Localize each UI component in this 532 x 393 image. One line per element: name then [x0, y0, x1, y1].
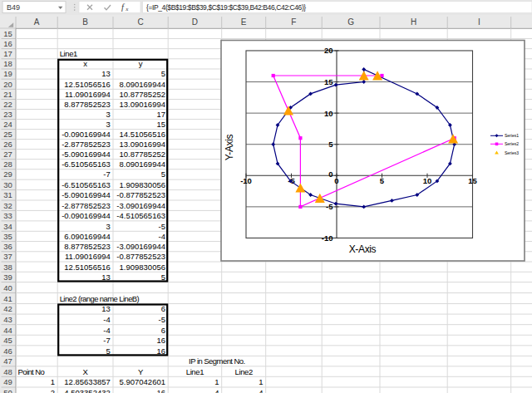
svg-text:5: 5: [161, 169, 165, 179]
svg-text:49: 49: [3, 377, 12, 386]
svg-text:1.909830056: 1.909830056: [120, 263, 165, 272]
svg-text:21: 21: [3, 90, 12, 99]
svg-text:26: 26: [3, 140, 12, 149]
svg-text:-10: -10: [322, 233, 333, 243]
svg-text:32: 32: [3, 201, 12, 210]
svg-text:Point No: Point No: [18, 367, 45, 376]
svg-text:5: 5: [380, 176, 385, 185]
svg-text:47: 47: [3, 356, 12, 366]
svg-text:4: 4: [214, 388, 219, 393]
svg-text:30: 30: [3, 180, 12, 189]
svg-text:-10: -10: [240, 176, 252, 185]
svg-text:3: 3: [106, 120, 111, 129]
svg-text:I: I: [478, 17, 480, 27]
svg-text:-4: -4: [103, 315, 110, 324]
svg-text:34: 34: [3, 222, 12, 231]
svg-text:17: 17: [3, 49, 12, 58]
svg-text:46: 46: [3, 346, 12, 356]
svg-text:13: 13: [101, 304, 111, 313]
svg-text:15: 15: [156, 120, 165, 129]
svg-text:0: 0: [334, 176, 338, 185]
svg-text:8.877852523: 8.877852523: [64, 100, 110, 109]
svg-text:A: A: [34, 17, 40, 27]
svg-text:-6.510565163: -6.510565163: [62, 160, 111, 169]
svg-text:28: 28: [3, 160, 12, 169]
svg-text:Series1: Series1: [505, 133, 519, 138]
svg-text:Line1: Line1: [60, 49, 77, 58]
svg-text:10.87785252: 10.87785252: [120, 150, 165, 159]
svg-text:12.51056516: 12.51056516: [64, 263, 110, 272]
svg-text:20: 20: [3, 80, 12, 89]
svg-text:6: 6: [161, 326, 165, 335]
svg-text:-4.510565163: -4.510565163: [116, 211, 165, 220]
svg-text:Line2: Line2: [235, 367, 253, 376]
svg-text:38: 38: [3, 263, 12, 272]
svg-text:8.090169944: 8.090169944: [120, 80, 165, 89]
svg-text:-0.090169944: -0.090169944: [62, 130, 111, 139]
svg-text:18: 18: [3, 59, 12, 68]
svg-text:-5: -5: [159, 222, 165, 231]
svg-text:10.87785252: 10.87785252: [120, 90, 165, 99]
svg-text:12.51056516: 12.51056516: [64, 80, 110, 89]
svg-text:22: 22: [3, 100, 12, 109]
svg-text:-5: -5: [159, 315, 165, 324]
svg-text:37: 37: [3, 252, 12, 261]
svg-text:1.909830056: 1.909830056: [120, 180, 165, 189]
svg-text:-3.090169944: -3.090169944: [116, 201, 165, 210]
svg-text:33: 33: [3, 211, 12, 220]
svg-text:31: 31: [3, 190, 12, 199]
svg-text:36: 36: [3, 242, 12, 251]
svg-text:25: 25: [3, 130, 12, 139]
svg-text:Series3: Series3: [505, 150, 519, 155]
svg-text:11.09016994: 11.09016994: [65, 90, 111, 99]
svg-text:6.090169944: 6.090169944: [64, 232, 110, 241]
svg-text:20: 20: [324, 46, 333, 55]
svg-text:35: 35: [3, 232, 12, 241]
svg-text:41: 41: [3, 294, 12, 303]
svg-text:-5.090169944: -5.090169944: [62, 190, 111, 199]
svg-text:16: 16: [156, 388, 165, 393]
svg-text:F: F: [291, 17, 296, 27]
svg-text:-3.090169944: -3.090169944: [116, 242, 165, 251]
svg-text:6: 6: [161, 304, 165, 313]
svg-text:48: 48: [3, 367, 12, 376]
svg-text:y: y: [139, 59, 143, 68]
svg-text:Line1: Line1: [186, 367, 204, 376]
svg-text:-0.877852523: -0.877852523: [116, 190, 165, 199]
svg-text:45: 45: [3, 336, 12, 345]
svg-text:D: D: [192, 17, 198, 27]
svg-text:44: 44: [3, 326, 12, 335]
svg-text:-0.877852523: -0.877852523: [116, 252, 165, 261]
svg-text:5: 5: [161, 273, 165, 282]
svg-text:16: 16: [156, 336, 165, 345]
svg-text:13: 13: [101, 69, 111, 78]
svg-text:C: C: [137, 17, 143, 27]
svg-text:13.09016994: 13.09016994: [120, 100, 165, 109]
svg-text:3: 3: [106, 110, 111, 119]
svg-text:{=IP_4($B$19:$B$39,$C$19:$C$39: {=IP_4($B$19:$B$39,$C$19:$C$39,B42:B46,C…: [146, 3, 306, 12]
svg-text:Y: Y: [138, 367, 144, 376]
svg-text:15: 15: [3, 29, 12, 38]
svg-text:14.51056516: 14.51056516: [120, 130, 165, 139]
svg-text:12.85633857: 12.85633857: [64, 377, 110, 386]
svg-text:15: 15: [468, 176, 477, 185]
svg-text:24: 24: [3, 120, 12, 129]
svg-text:10: 10: [423, 176, 432, 185]
svg-text:27: 27: [3, 150, 12, 159]
svg-text:-5: -5: [326, 202, 333, 211]
svg-text:-2.877852523: -2.877852523: [62, 201, 111, 210]
svg-text:16: 16: [156, 346, 165, 356]
svg-text:E: E: [241, 17, 247, 27]
svg-text:B: B: [82, 17, 88, 27]
svg-text:-0.090169944: -0.090169944: [62, 211, 111, 220]
svg-text:11.09016994: 11.09016994: [65, 252, 111, 261]
svg-text:-5.090169944: -5.090169944: [62, 150, 111, 159]
svg-text:X: X: [82, 367, 88, 376]
svg-text:x: x: [83, 59, 87, 68]
svg-text:0: 0: [328, 169, 332, 179]
svg-text:-7: -7: [103, 336, 110, 345]
svg-text:1: 1: [51, 377, 55, 386]
svg-text:29: 29: [3, 169, 12, 179]
svg-text:5: 5: [106, 346, 111, 356]
svg-text:X-Axis: X-Axis: [349, 243, 377, 255]
